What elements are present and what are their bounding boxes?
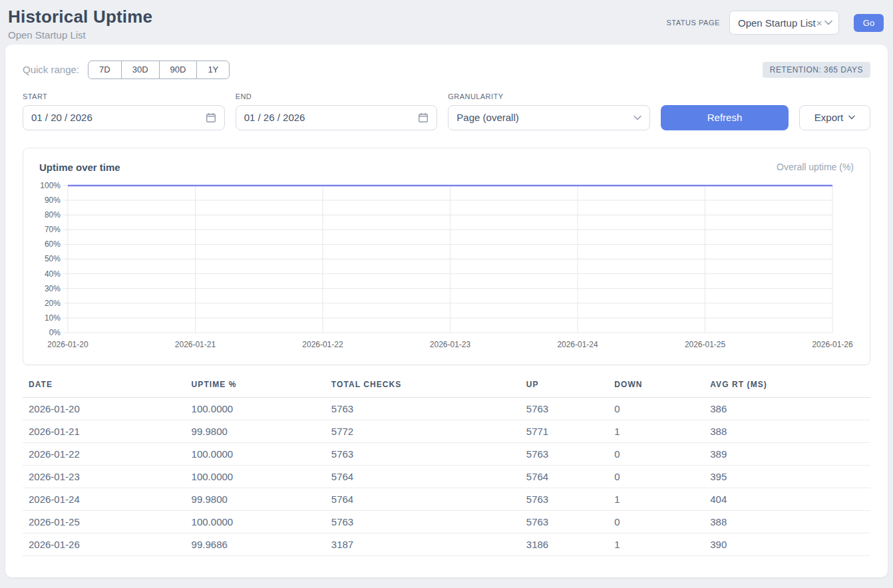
topbar: Historical Uptime Open Startup List STAT… (0, 0, 893, 45)
chevron-down-icon (848, 115, 855, 120)
start-date-value: 01 / 20 / 2026 (31, 112, 206, 123)
chart-title: Uptime over time (39, 162, 120, 173)
table-cell: 5764 (520, 465, 608, 488)
table-row: 2026-01-2199.9800577257711388 (23, 420, 870, 442)
uptime-chart-card: Uptime over time Overall uptime (%) 0%10… (23, 148, 870, 365)
table-cell: 386 (704, 397, 870, 420)
granularity-value: Page (overall) (456, 112, 633, 123)
granularity-field: GRANULARITY Page (overall) (448, 92, 650, 130)
svg-text:50%: 50% (45, 254, 61, 263)
quick-range-7d-button[interactable]: 7D (88, 61, 122, 79)
table-cell: 100.0000 (186, 510, 325, 533)
svg-text:2026-01-22: 2026-01-22 (302, 340, 343, 349)
status-page-select[interactable]: Open Startup List × (729, 11, 839, 35)
table-row: 2026-01-2699.9686318731861390 (23, 533, 870, 555)
end-field: END 01 / 26 / 2026 (236, 92, 438, 130)
table-cell: 2026-01-20 (23, 397, 186, 420)
column-header: UPTIME % (186, 380, 325, 398)
table-cell: 5764 (325, 488, 520, 510)
table-cell: 2026-01-25 (23, 510, 186, 533)
table-cell: 5763 (520, 488, 608, 510)
table-cell: 99.9800 (186, 420, 325, 442)
table-cell: 5764 (325, 465, 520, 488)
table-cell: 5763 (325, 442, 520, 465)
table-cell: 0 (608, 465, 704, 488)
column-header: DATE (23, 380, 186, 398)
table-cell: 388 (704, 420, 870, 442)
table-row: 2026-01-25100.0000576357630388 (23, 510, 870, 533)
svg-text:20%: 20% (45, 298, 61, 307)
table-cell: 0 (608, 442, 704, 465)
refresh-button[interactable]: Refresh (661, 105, 789, 130)
end-date-input[interactable]: 01 / 26 / 2026 (236, 105, 438, 130)
svg-text:80%: 80% (45, 210, 61, 220)
clear-icon[interactable]: × (816, 18, 822, 28)
quick-range-1y-button[interactable]: 1Y (196, 61, 230, 79)
main-panel: Quick range: 7D30D90D1Y RETENTION: 365 D… (5, 45, 888, 577)
table-cell: 5763 (325, 510, 520, 533)
granularity-label: GRANULARITY (448, 92, 650, 100)
page-title: Historical Uptime (8, 7, 152, 27)
table-cell: 100.0000 (186, 397, 325, 420)
quick-range-30d-button[interactable]: 30D (121, 61, 160, 79)
table-cell: 2026-01-26 (23, 533, 186, 555)
uptime-table-head-row: DATEUPTIME %TOTAL CHECKSUPDOWNAVG RT (MS… (23, 380, 870, 398)
end-label: END (236, 92, 438, 100)
table-cell: 2026-01-21 (23, 420, 186, 442)
granularity-select[interactable]: Page (overall) (448, 105, 650, 130)
page-subtitle: Open Startup List (8, 29, 152, 41)
export-button[interactable]: Export (799, 105, 870, 130)
svg-text:70%: 70% (45, 225, 61, 234)
table-cell: 3187 (325, 533, 520, 555)
retention-badge: RETENTION: 365 DAYS (763, 62, 870, 78)
start-label: START (23, 92, 225, 100)
column-header: AVG RT (MS) (704, 380, 870, 398)
uptime-table-body: 2026-01-20100.00005763576303862026-01-21… (23, 397, 870, 555)
quick-range-label: Quick range: (23, 64, 79, 75)
quick-range-wrap: Quick range: 7D30D90D1Y (23, 61, 230, 79)
table-cell: 2026-01-24 (23, 488, 186, 510)
quick-range-90d-button[interactable]: 90D (159, 61, 198, 79)
table-cell: 5763 (520, 442, 608, 465)
table-cell: 5763 (520, 510, 608, 533)
column-header: UP (520, 380, 608, 398)
start-field: START 01 / 20 / 2026 (23, 92, 225, 130)
export-button-label: Export (814, 112, 843, 123)
end-date-value: 01 / 26 / 2026 (244, 112, 419, 123)
chart-legend: Overall uptime (%) (777, 162, 854, 172)
svg-text:2026-01-25: 2026-01-25 (685, 340, 726, 349)
table-cell: 404 (704, 488, 870, 510)
table-cell: 0 (608, 510, 704, 533)
table-row: 2026-01-2499.9800576457631404 (23, 488, 870, 510)
svg-text:2026-01-23: 2026-01-23 (430, 340, 471, 349)
column-header: TOTAL CHECKS (325, 380, 520, 398)
svg-text:2026-01-20: 2026-01-20 (47, 340, 89, 349)
table-cell: 5763 (325, 397, 520, 420)
table-cell: 0 (608, 397, 704, 420)
table-cell: 3186 (520, 533, 608, 555)
table-cell: 390 (704, 533, 870, 555)
table-cell: 1 (608, 533, 704, 555)
table-cell: 100.0000 (186, 465, 325, 488)
column-header: DOWN (608, 380, 704, 398)
status-page-label: STATUS PAGE (666, 19, 720, 27)
start-date-input[interactable]: 01 / 20 / 2026 (23, 105, 225, 130)
svg-text:10%: 10% (45, 313, 61, 322)
svg-text:90%: 90% (45, 196, 61, 205)
topbar-right: STATUS PAGE Open Startup List × Go (666, 11, 884, 35)
table-cell: 99.9800 (186, 488, 325, 510)
table-row: 2026-01-22100.0000576357630389 (23, 442, 870, 465)
table-cell: 388 (704, 510, 870, 533)
table-cell: 2026-01-22 (23, 442, 186, 465)
go-button[interactable]: Go (854, 14, 884, 32)
uptime-table: DATEUPTIME %TOTAL CHECKSUPDOWNAVG RT (MS… (23, 380, 870, 556)
status-page-select-value: Open Startup List (738, 17, 816, 29)
table-cell: 2026-01-23 (23, 465, 186, 488)
table-cell: 5772 (325, 420, 520, 442)
table-cell: 1 (608, 488, 704, 510)
uptime-chart-svg: 0%10%20%30%40%50%60%70%80%90%100%2026-01… (39, 178, 854, 355)
svg-text:2026-01-24: 2026-01-24 (557, 340, 598, 349)
calendar-icon[interactable] (418, 112, 429, 123)
chevron-down-icon (633, 115, 641, 120)
calendar-icon[interactable] (206, 112, 216, 123)
